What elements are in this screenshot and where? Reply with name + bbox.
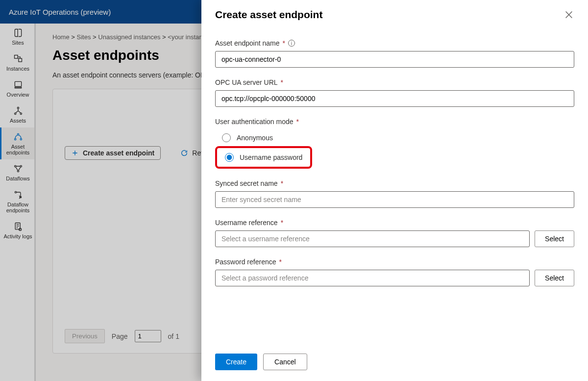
auth-mode-label: User authentication mode xyxy=(215,118,294,126)
auth-anonymous-option[interactable]: Anonymous xyxy=(215,130,574,145)
url-label: OPC UA server URL xyxy=(215,78,278,86)
create-button[interactable]: Create xyxy=(215,354,257,370)
cancel-button[interactable]: Cancel xyxy=(263,354,307,370)
username-select-button[interactable]: Select xyxy=(535,230,574,247)
required-marker: * xyxy=(281,179,283,187)
required-marker: * xyxy=(283,39,285,47)
auth-anonymous-radio[interactable] xyxy=(222,133,231,142)
synced-secret-input[interactable] xyxy=(215,191,574,208)
password-reference-input[interactable] xyxy=(215,270,530,286)
info-icon[interactable]: i xyxy=(288,40,295,47)
name-label: Asset endpoint name xyxy=(215,39,280,47)
pass-ref-label: Password reference xyxy=(215,258,276,266)
panel-title: Create asset endpoint xyxy=(215,9,322,21)
secret-label: Synced secret name xyxy=(215,179,278,187)
password-select-button[interactable]: Select xyxy=(535,270,574,286)
endpoint-name-input[interactable] xyxy=(215,51,574,68)
username-reference-input[interactable] xyxy=(215,230,530,247)
required-marker: * xyxy=(281,78,283,86)
create-endpoint-panel: Create asset endpoint Asset endpoint nam… xyxy=(201,0,588,381)
required-marker: * xyxy=(279,258,282,266)
highlight-userpass: Username password xyxy=(215,146,312,169)
server-url-input[interactable] xyxy=(215,90,574,107)
user-ref-label: Username reference xyxy=(215,219,278,227)
auth-userpass-radio[interactable] xyxy=(225,153,234,162)
close-icon[interactable] xyxy=(564,9,574,20)
required-marker: * xyxy=(296,118,299,126)
required-marker: * xyxy=(281,219,283,227)
auth-userpass-option[interactable]: Username password xyxy=(218,150,309,165)
